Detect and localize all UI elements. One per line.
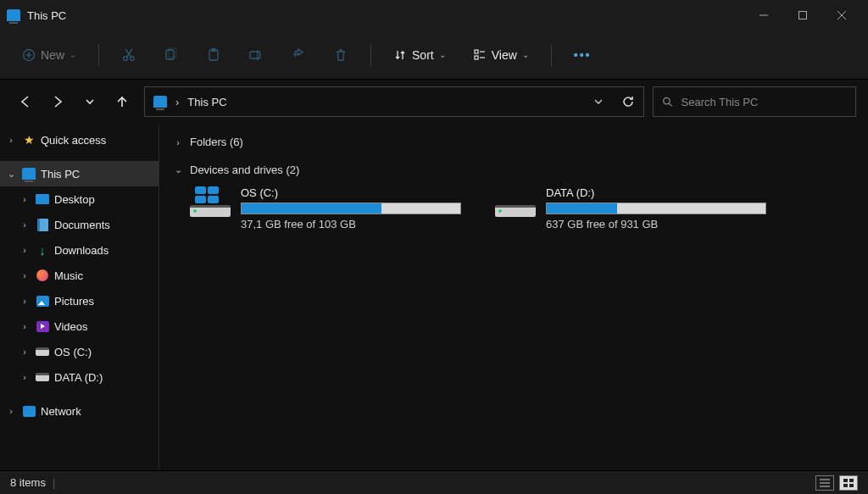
thispc-icon bbox=[153, 96, 167, 108]
svg-point-21 bbox=[664, 97, 670, 104]
drive-usage-bar bbox=[241, 203, 461, 214]
back-button[interactable] bbox=[12, 88, 39, 115]
drive-name: OS (C:) bbox=[241, 186, 461, 199]
drives-group-header[interactable]: ⌄ Devices and drives (2) bbox=[170, 158, 858, 181]
chevron-right-icon[interactable]: › bbox=[19, 347, 31, 357]
search-box[interactable] bbox=[653, 86, 856, 117]
minimize-button[interactable] bbox=[744, 0, 783, 31]
copy-button[interactable] bbox=[153, 39, 189, 71]
sidebar-item-label: Videos bbox=[54, 320, 88, 333]
rename-icon bbox=[248, 47, 264, 63]
refresh-button[interactable] bbox=[621, 95, 635, 108]
sort-button[interactable]: Sort ⌄ bbox=[383, 39, 456, 71]
sidebar-item-label: OS (C:) bbox=[54, 346, 92, 358]
svg-rect-18 bbox=[475, 56, 478, 59]
more-button[interactable]: ••• bbox=[564, 39, 602, 71]
sidebar-item[interactable]: ›OS (C:) bbox=[0, 339, 159, 364]
sidebar-item[interactable]: ›Videos bbox=[0, 314, 159, 339]
paste-button[interactable] bbox=[196, 39, 231, 71]
address-dropdown-button[interactable] bbox=[593, 96, 604, 108]
chevron-down-icon[interactable]: ⌄ bbox=[5, 169, 17, 180]
details-view-button[interactable] bbox=[815, 475, 834, 491]
status-bar: 8 items | bbox=[0, 470, 868, 494]
chevron-right-icon[interactable]: › bbox=[19, 296, 31, 306]
toolbar-divider bbox=[370, 44, 371, 66]
folders-group-header[interactable]: › Folders (6) bbox=[170, 130, 858, 153]
drive-free-text: 637 GB free of 931 GB bbox=[546, 218, 766, 230]
cut-button[interactable] bbox=[111, 39, 147, 71]
new-label: New bbox=[41, 48, 64, 62]
recent-locations-button[interactable] bbox=[76, 88, 103, 115]
new-button[interactable]: New ⌄ bbox=[12, 39, 86, 71]
more-icon: ••• bbox=[574, 48, 592, 62]
folders-group-label: Folders (6) bbox=[190, 136, 243, 148]
sidebar-item-label: Pictures bbox=[54, 295, 94, 308]
sidebar-item[interactable]: ›★Quick access bbox=[0, 127, 159, 153]
paste-icon bbox=[206, 47, 221, 63]
downloads-icon: ↓ bbox=[36, 243, 49, 257]
network-icon bbox=[22, 404, 36, 418]
status-items: 8 items bbox=[10, 476, 46, 489]
sidebar-item[interactable]: ›Documents bbox=[0, 212, 159, 237]
rename-button[interactable] bbox=[238, 39, 274, 71]
chevron-right-icon[interactable]: › bbox=[5, 135, 17, 145]
delete-button[interactable] bbox=[323, 39, 359, 71]
toolbar-divider bbox=[98, 44, 99, 66]
chevron-down-icon: ⌄ bbox=[522, 50, 529, 59]
sidebar-item-label: Music bbox=[54, 269, 83, 282]
forward-button[interactable] bbox=[44, 88, 71, 115]
chevron-right-icon[interactable]: › bbox=[5, 406, 17, 416]
thispc-icon bbox=[22, 167, 36, 180]
tiles-view-button[interactable] bbox=[839, 475, 858, 491]
drive-icon bbox=[190, 186, 231, 217]
share-icon bbox=[291, 47, 306, 63]
close-button[interactable] bbox=[822, 0, 861, 31]
svg-line-22 bbox=[669, 103, 671, 106]
thispc-icon bbox=[7, 9, 20, 21]
chevron-right-icon[interactable]: › bbox=[19, 194, 31, 204]
drive-free-text: 37,1 GB free of 103 GB bbox=[241, 218, 461, 230]
view-button[interactable]: View ⌄ bbox=[463, 39, 539, 71]
sidebar-item[interactable]: ⌄This PC bbox=[0, 161, 159, 186]
videos-icon bbox=[36, 319, 49, 333]
sidebar-item[interactable]: ›↓Downloads bbox=[0, 237, 159, 263]
sidebar-item[interactable]: ›Pictures bbox=[0, 288, 159, 314]
up-button[interactable] bbox=[108, 88, 136, 115]
chevron-right-icon[interactable]: › bbox=[19, 219, 31, 230]
chevron-right-icon[interactable]: › bbox=[19, 321, 31, 331]
drive-icon bbox=[495, 186, 536, 217]
svg-rect-26 bbox=[843, 479, 848, 482]
drive-icon bbox=[36, 370, 49, 384]
svg-rect-29 bbox=[849, 484, 854, 487]
drive-usage-bar bbox=[546, 203, 766, 214]
address-bar[interactable]: › This PC bbox=[144, 86, 644, 117]
svg-rect-17 bbox=[475, 50, 478, 53]
sidebar-item[interactable]: ›Network bbox=[0, 398, 159, 424]
share-button[interactable] bbox=[281, 39, 316, 71]
sidebar-item-label: DATA (D:) bbox=[54, 371, 103, 384]
chevron-right-icon: › bbox=[173, 137, 183, 147]
chevron-down-icon: ⌄ bbox=[173, 164, 183, 175]
drive-item[interactable]: OS (C:)37,1 GB free of 103 GB bbox=[190, 186, 461, 230]
chevron-right-icon[interactable]: › bbox=[19, 245, 31, 255]
chevron-right-icon[interactable]: › bbox=[19, 270, 31, 280]
maximize-button[interactable] bbox=[783, 0, 822, 31]
sidebar-item-label: Documents bbox=[54, 219, 110, 231]
sidebar: ›★Quick access⌄This PC›Desktop›Documents… bbox=[0, 124, 159, 470]
sidebar-item[interactable]: ›DATA (D:) bbox=[0, 364, 159, 390]
breadcrumb-location[interactable]: This PC bbox=[187, 96, 226, 108]
chevron-right-icon[interactable]: › bbox=[19, 372, 31, 382]
chevron-down-icon: ⌄ bbox=[439, 50, 446, 59]
svg-rect-27 bbox=[849, 479, 854, 482]
view-label: View bbox=[492, 48, 517, 62]
window-title: This PC bbox=[27, 9, 66, 22]
search-input[interactable] bbox=[682, 96, 847, 108]
sidebar-item[interactable]: ›Desktop bbox=[0, 186, 159, 212]
svg-rect-1 bbox=[799, 12, 807, 19]
star-icon: ★ bbox=[22, 133, 36, 147]
status-divider: | bbox=[53, 476, 55, 489]
sidebar-item[interactable]: ›Music bbox=[0, 263, 159, 288]
navigation-row: › This PC bbox=[0, 80, 868, 124]
svg-point-8 bbox=[131, 56, 135, 60]
drive-item[interactable]: DATA (D:)637 GB free of 931 GB bbox=[495, 186, 766, 230]
